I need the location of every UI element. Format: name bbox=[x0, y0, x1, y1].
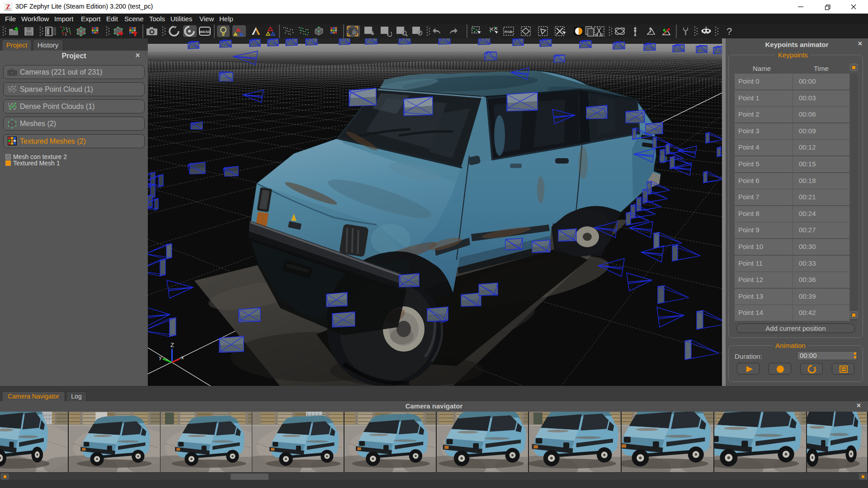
svg-text:WASD: WASD bbox=[199, 30, 210, 34]
svg-text:Z: Z bbox=[170, 342, 174, 348]
svg-text:x: x bbox=[181, 355, 184, 360]
svg-text:RGB: RGB bbox=[505, 30, 513, 34]
svg-text:Z: Z bbox=[6, 3, 10, 10]
svg-text:y: y bbox=[159, 355, 162, 360]
svg-text:?: ? bbox=[726, 26, 732, 37]
